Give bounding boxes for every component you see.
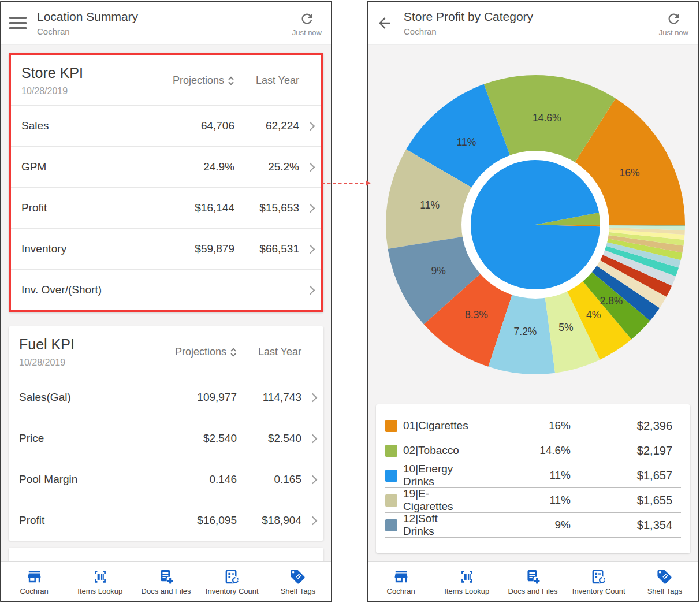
fuel-kpi-title: Fuel KPI — [19, 336, 150, 353]
pie-slice-label: 14.6% — [533, 112, 561, 124]
back-button[interactable] — [376, 14, 393, 32]
shelf-tag-icon — [289, 568, 306, 585]
legend-row-e-cigarettes[interactable]: 19|E-Cigarettes 11% $1,655 — [385, 488, 681, 513]
chart-legend-card: 01|Cigarettes 16% $2,396 02|Tobacco 14.6… — [376, 404, 690, 553]
chevron-right-icon — [306, 244, 315, 254]
nav-item-items-lookup[interactable]: Items Lookup — [67, 568, 133, 595]
inventory-refresh-icon — [590, 568, 607, 585]
store-profit-by-category-screen: Store Profit by Category Cochran Just no… — [367, 1, 699, 602]
legend-row-cigarettes[interactable]: 01|Cigarettes 16% $2,396 — [385, 414, 681, 438]
nav-item-docs-and-files[interactable]: Docs and Files — [133, 568, 199, 595]
sort-icon — [228, 76, 234, 86]
bottom-navigation: Cochran Items Lookup Docs and Files — [368, 561, 698, 601]
location-subtitle: Cochran — [404, 27, 659, 36]
last-year-column-header: Last Year — [237, 346, 301, 358]
legend-row-soft-drinks[interactable]: 12|Soft Drinks 9% $1,354 — [385, 513, 681, 538]
refresh-icon — [666, 11, 682, 27]
refresh-timestamp: Just now — [292, 28, 322, 37]
location-subtitle: Cochran — [37, 27, 292, 36]
store-kpi-date: 10/28/2019 — [21, 86, 148, 96]
store-kpi-row-profit[interactable]: Profit $16,144 $15,653 — [11, 187, 321, 228]
legend-swatch — [385, 494, 397, 507]
next-card-partially-visible — [9, 548, 323, 562]
storefront-icon — [393, 568, 409, 585]
legend-row-energy-drinks[interactable]: 10|Energy Drinks 11% $1,657 — [385, 463, 681, 488]
back-arrow-icon — [376, 14, 393, 32]
refresh-button[interactable]: Just now — [292, 11, 322, 37]
fuel-kpi-row-pool-margin[interactable]: Pool Margin 0.146 0.165 — [9, 459, 323, 500]
inventory-refresh-icon — [224, 568, 240, 585]
document-add-icon — [524, 568, 541, 585]
document-add-icon — [158, 568, 174, 585]
left-content: Store KPI 10/28/2019 Projections Last Ye… — [1, 45, 331, 562]
sort-icon — [230, 347, 237, 358]
pie-slice-label: 9% — [431, 265, 446, 277]
pie-slice-label: 7.2% — [514, 326, 537, 337]
refresh-timestamp: Just now — [659, 28, 688, 37]
legend-swatch — [385, 445, 397, 457]
location-summary-screen: Location Summary Cochran Just now Store … — [0, 1, 332, 602]
page-title: Location Summary — [37, 10, 292, 24]
fuel-kpi-row-profit[interactable]: Profit $16,095 $18,904 — [9, 500, 323, 541]
store-kpi-row-inventory[interactable]: Inventory $59,879 $66,531 — [11, 228, 321, 269]
page-title: Store Profit by Category — [404, 10, 659, 24]
nav-item-items-lookup[interactable]: Items Lookup — [434, 568, 500, 595]
nav-item-inventory-count[interactable]: Inventory Count — [566, 568, 632, 595]
store-profit-pie-chart: 16%14.6%11%11%9%8.3%7.2%5%4%2.8% — [368, 45, 698, 403]
menu-icon[interactable] — [9, 17, 27, 29]
chevron-right-icon — [308, 393, 318, 402]
fuel-kpi-card: Fuel KPI 10/28/2019 Projections Last Yea… — [9, 326, 323, 541]
legend-swatch — [385, 470, 397, 482]
store-kpi-row-sales[interactable]: Sales 64,706 62,224 — [11, 105, 321, 146]
left-app-header: Location Summary Cochran Just now — [1, 2, 331, 45]
nav-item-cochran[interactable]: Cochran — [368, 568, 434, 595]
chevron-right-icon — [306, 162, 315, 172]
drilldown-arrow — [322, 183, 369, 184]
nav-item-shelf-tags[interactable]: Shelf Tags — [265, 568, 331, 595]
right-content: 16%14.6%11%11%9%8.3%7.2%5%4%2.8% 01|Ciga… — [368, 45, 698, 562]
refresh-button[interactable]: Just now — [659, 11, 688, 37]
pie-slice-label: 16% — [619, 167, 639, 178]
right-app-header: Store Profit by Category Cochran Just no… — [368, 2, 698, 45]
chevron-right-icon — [308, 516, 318, 525]
chevron-right-icon — [306, 285, 315, 295]
fuel-kpi-row-price[interactable]: Price $2.540 $2.540 — [9, 418, 323, 459]
nav-item-docs-and-files[interactable]: Docs and Files — [500, 568, 565, 595]
store-kpi-title: Store KPI — [21, 65, 148, 81]
chevron-right-icon — [306, 203, 315, 213]
nav-item-cochran[interactable]: Cochran — [1, 568, 67, 595]
bottom-navigation: Cochran Items Lookup Docs and Files — [1, 561, 331, 601]
pie-slice-label: 8.3% — [465, 309, 488, 321]
pie-slice-label: 2.8% — [600, 295, 623, 307]
legend-swatch — [385, 420, 397, 432]
projections-column-header[interactable]: Projections — [150, 346, 237, 358]
store-kpi-row-gpm[interactable]: GPM 24.9% 25.2% — [11, 146, 321, 187]
barcode-scan-icon — [92, 568, 109, 585]
pie-slice-label: 11% — [457, 136, 476, 148]
store-kpi-row-inv-over-short[interactable]: Inv. Over/(Short) — [11, 269, 321, 310]
fuel-kpi-row-sales-gal[interactable]: Sales(Gal) 109,977 114,743 — [9, 377, 323, 418]
chevron-right-icon — [308, 475, 318, 484]
pie-slice-label: 5% — [558, 322, 573, 333]
refresh-icon — [299, 11, 315, 27]
pie-slice-label: 4% — [586, 309, 601, 321]
last-year-column-header: Last Year — [234, 75, 299, 87]
barcode-scan-icon — [459, 568, 475, 585]
nav-item-inventory-count[interactable]: Inventory Count — [199, 568, 265, 595]
projections-column-header[interactable]: Projections — [148, 75, 234, 87]
legend-swatch — [385, 519, 397, 531]
nav-item-shelf-tags[interactable]: Shelf Tags — [632, 568, 698, 595]
pie-slice-label: 11% — [420, 199, 440, 211]
store-kpi-card: Store KPI 10/28/2019 Projections Last Ye… — [9, 53, 323, 312]
storefront-icon — [26, 568, 43, 585]
chevron-right-icon — [306, 121, 315, 131]
legend-row-tobacco[interactable]: 02|Tobacco 14.6% $2,197 — [385, 438, 681, 463]
chevron-right-icon — [308, 434, 318, 443]
shelf-tag-icon — [656, 568, 673, 585]
fuel-kpi-date: 10/28/2019 — [19, 358, 150, 368]
